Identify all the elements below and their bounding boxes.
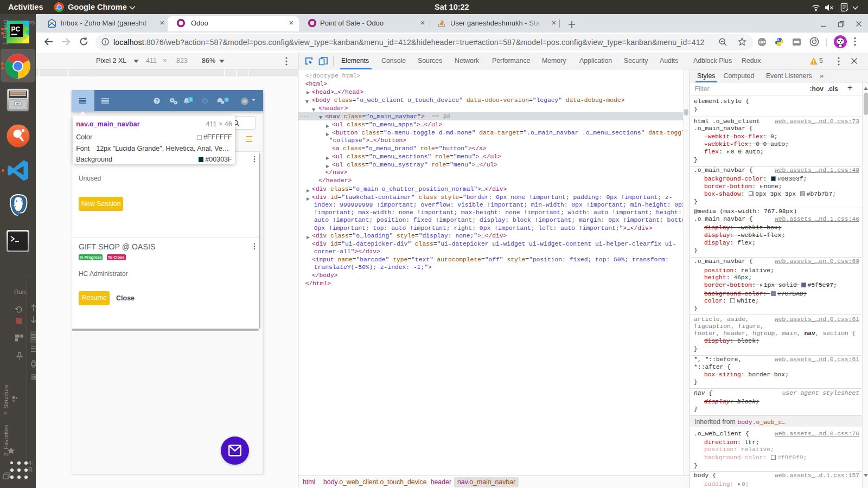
svg-text:?: ? [155, 98, 158, 104]
svg-text:ABP: ABP [759, 41, 765, 44]
svg-text:PC: PC [11, 25, 21, 33]
